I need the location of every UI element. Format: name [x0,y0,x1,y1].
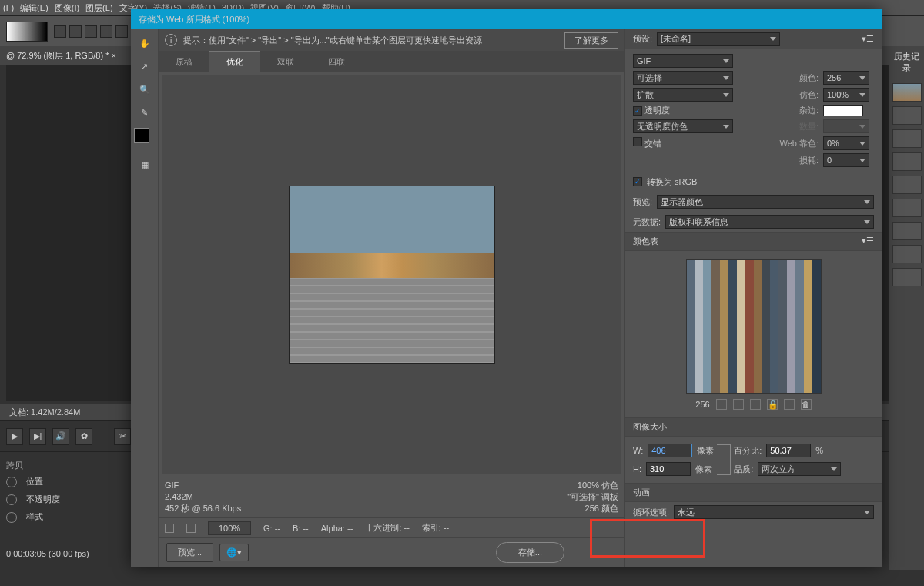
info-size: 2.432M [165,491,241,503]
play-button[interactable]: ▶ [6,428,23,445]
image-info: GIF 2.432M 452 秒 @ 56.6 Kbps 100% 仿色 "可选… [159,477,624,517]
percent-input[interactable] [766,444,811,457]
color-table-title: 颜色表 [633,236,658,247]
browser-preview-button[interactable]: 🌐▾ [219,544,249,561]
dither-select[interactable]: 100% [823,88,869,102]
transparency-label: 透明度 [644,105,670,115]
preview-colorspace-select[interactable]: 显示器颜色 [657,195,874,209]
stopwatch-icon[interactable] [6,477,17,487]
history-state[interactable] [892,152,922,171]
menu-layer[interactable]: 图层(L) [85,2,112,14]
gradient-picker[interactable] [6,22,48,42]
audio-button[interactable]: 🔊 [52,428,69,445]
next-frame-button[interactable]: ▶| [29,428,46,445]
loop-select[interactable]: 永远 [674,505,874,519]
angle-gradient-icon[interactable] [85,25,97,38]
foreground-color-icon[interactable] [134,128,149,143]
format-select[interactable]: GIF [633,54,733,68]
readout-b: B: -- [293,524,309,533]
new-color-icon[interactable] [784,399,795,410]
preview-pane[interactable] [162,75,621,474]
zoom-tool-icon[interactable]: 🔍 [137,82,152,97]
learn-more-link[interactable]: 了解更多 [564,32,618,49]
history-state[interactable] [892,199,922,217]
settings-button[interactable]: ✿ [75,428,92,445]
reduction-select[interactable]: 可选择 [633,71,733,85]
toggle-slices-icon[interactable]: ▦ [137,157,152,172]
lock-icon[interactable]: 🔒 [767,399,778,410]
lossy-select[interactable]: 0 [823,153,869,167]
dither-method-select[interactable]: 扩散 [633,88,733,102]
tab-optimized[interactable]: 优化 [209,51,260,72]
history-state[interactable] [892,245,922,263]
height-input[interactable] [646,462,691,476]
ct-icon[interactable] [716,399,727,410]
panel-menu-icon[interactable]: ▾☰ [862,34,874,44]
document-tab[interactable]: @ 72.9% (图层 1, RGB/8) * × [6,50,116,62]
history-thumbnail[interactable] [892,83,922,102]
color-table-grid[interactable] [686,259,822,394]
dialog-title-bar[interactable]: 存储为 Web 所用格式 (100%) [131,9,882,29]
trans-dither-select[interactable]: 无透明度仿色 [633,119,733,133]
dialog-bottom-bar: 预览... 🌐▾ 存储... [159,537,624,567]
linear-gradient-icon[interactable] [54,25,66,38]
history-state[interactable] [892,268,922,286]
history-state[interactable] [892,106,922,125]
preset-select[interactable]: [未命名] [657,32,780,46]
colors-label: 颜色: [779,72,819,84]
view-tabs: 原稿 优化 双联 四联 [159,51,624,72]
stopwatch-icon[interactable] [6,512,17,523]
history-state[interactable] [892,129,922,148]
info-dither: 100% 仿色 [567,480,618,491]
menu-edit[interactable]: 编辑(E) [20,2,49,14]
matte-swatch[interactable] [823,105,863,116]
colors-select[interactable]: 256 [823,71,869,85]
split-button[interactable]: ✂ [114,428,131,445]
save-button[interactable]: 存储... [496,542,564,563]
ct-icon[interactable] [750,399,761,410]
interlace-checkbox[interactable] [633,137,642,146]
animation-title: 动画 [633,487,650,498]
websnap-select[interactable]: 0% [823,136,869,150]
hand-tool-icon[interactable]: ✋ [137,35,152,51]
width-label: W: [633,446,643,455]
width-input[interactable] [648,444,692,457]
preview-button[interactable]: 预览... [166,543,213,562]
trash-icon[interactable]: 🗑 [801,399,812,410]
image-size-title: 图像大小 [633,421,667,433]
radial-gradient-icon[interactable] [69,25,82,38]
stopwatch-icon[interactable] [6,494,17,505]
diamond-gradient-icon[interactable] [116,25,128,38]
reflected-gradient-icon[interactable] [100,25,112,38]
tab-original[interactable]: 原稿 [159,51,209,72]
right-panel-dock: 历史记录 [889,46,924,570]
info-icon: i [165,34,177,46]
quality-select[interactable]: 两次立方 [758,462,841,476]
history-state[interactable] [892,176,922,194]
zoom-bar: 100% G: -- B: -- Alpha: -- 十六进制: -- 索引: … [159,517,624,537]
transparency-checkbox[interactable] [633,106,642,116]
color-readout-swatch2 [186,524,196,533]
tab-2up[interactable]: 双联 [260,51,311,72]
tip-text: 提示：使用"文件" > "导出" > "导出为..."或右键单击某个图层可更快速… [183,35,482,46]
srgb-checkbox[interactable] [633,177,642,186]
lossy-label: 损耗: [779,155,819,166]
menu-file[interactable]: (F) [3,3,14,12]
panel-menu-icon[interactable]: ▾☰ [862,236,874,247]
ct-icon[interactable] [733,399,744,410]
menu-image[interactable]: 图像(I) [55,2,79,14]
quality-label: 品质: [734,464,753,475]
history-state[interactable] [892,222,922,240]
doc-size-status: 文档: 1.42M/2.84M [9,407,80,418]
slice-tool-icon[interactable]: ↗ [137,59,152,74]
link-dimensions-icon[interactable] [717,444,731,475]
metadata-select[interactable]: 版权和联系信息 [665,215,874,229]
tab-4up[interactable]: 四联 [311,51,362,72]
percent-label: 百分比: [734,445,762,457]
eyedropper-tool-icon[interactable]: ✎ [137,105,152,120]
info-format: GIF [165,480,241,491]
zoom-select[interactable]: 100% [208,521,251,535]
history-panel-title[interactable]: 历史记录 [889,46,924,79]
readout-alpha: Alpha: -- [321,524,353,533]
preset-label: 预设: [633,33,652,45]
